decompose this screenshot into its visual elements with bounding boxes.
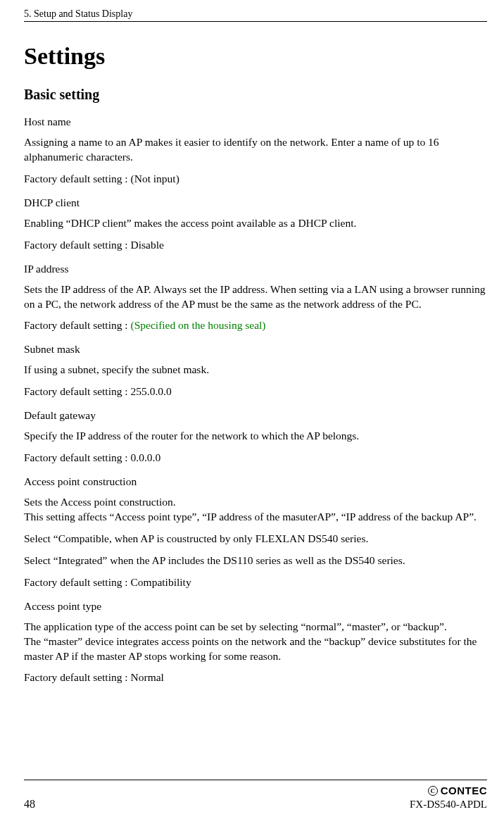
setting-paragraph: Enabling “DHCP client” makes the access … [24,216,487,231]
chapter-header: 5. Setup and Status Display [24,8,487,22]
page-footer: C CONTEC 48 FX-DS540-APDL [24,780,487,811]
setting-default: Factory default setting : Compatibility [24,575,487,590]
setting-paragraph: The application type of the access point… [24,620,487,664]
setting-paragraph: Specify the IP address of the router for… [24,429,487,444]
setting-default: Factory default setting : (Not input) [24,172,487,187]
setting-default-value: 255.0.0.0 [131,385,172,397]
setting-heading: Access point construction [24,475,487,488]
setting-default-value: 0.0.0.0 [131,451,161,463]
setting-heading: DHCP client [24,196,487,209]
setting-heading: Default gateway [24,409,487,422]
setting-paragraph: Sets the IP address of the AP. Always se… [24,282,487,312]
setting-heading: Subnet mask [24,343,487,356]
setting-default: Factory default setting : 255.0.0.0 [24,385,487,399]
setting-default-value: Disable [131,239,164,251]
setting-paragraph: Assigning a name to an AP makes it easie… [24,135,487,165]
section-title: Basic setting [24,87,487,103]
setting-paragraph: Select “Integrated” when the AP includes… [24,554,487,568]
setting-heading: IP address [24,263,487,275]
brand-icon: C [428,786,438,796]
setting-default-value: Compatibility [131,576,191,588]
content-body: Host nameAssigning a name to an AP makes… [24,115,487,685]
setting-default: Factory default setting : (Specified on … [24,318,487,333]
setting-heading: Access point type [24,600,487,613]
setting-default-value: Normal [131,671,164,683]
setting-default-value: (Specified on the housing seal) [131,319,266,331]
setting-default-value: (Not input) [131,173,179,185]
setting-heading: Host name [24,115,487,128]
page-number: 48 [24,798,35,811]
model-number: FX-DS540-APDL [410,799,487,811]
setting-paragraph: Select “Compatible, when AP is coustruct… [24,532,487,546]
brand-text: CONTEC [441,784,487,796]
setting-paragraph: Sets the Access point construction.This … [24,495,487,525]
setting-default: Factory default setting : 0.0.0.0 [24,451,487,465]
setting-default: Factory default setting : Normal [24,670,487,685]
setting-paragraph: If using a subnet, specify the subnet ma… [24,363,487,377]
setting-default: Factory default setting : Disable [24,238,487,253]
page-title: Settings [24,43,487,70]
